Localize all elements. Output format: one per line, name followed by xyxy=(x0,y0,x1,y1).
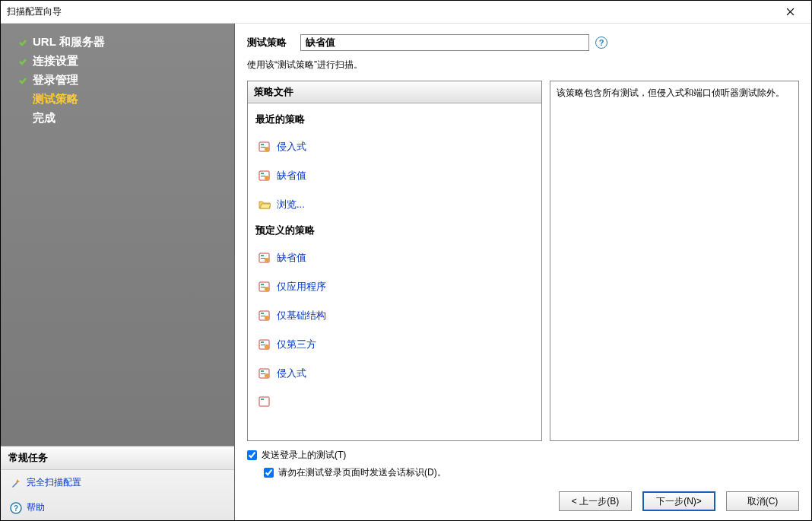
footer-buttons: < 上一步(B) 下一步(N)> 取消(C) xyxy=(247,487,799,511)
nav-label: 测试策略 xyxy=(33,92,78,106)
svg-rect-16 xyxy=(261,284,264,285)
policy-icon xyxy=(259,170,271,182)
policy-input[interactable] xyxy=(300,34,589,51)
svg-rect-31 xyxy=(259,397,269,406)
tasks-header: 常规任务 xyxy=(1,446,234,470)
check-icon xyxy=(17,75,28,86)
policy-files-panel: 策略文件 最近的策略 侵入式 缺省值 浏览... xyxy=(247,81,542,441)
policy-icon xyxy=(259,396,271,408)
nav-label: 连接设置 xyxy=(33,54,78,68)
policy-item-invasive[interactable]: 侵入式 xyxy=(251,132,538,161)
tasks-panel: 常规任务 完全扫描配置 ? 帮助 xyxy=(1,446,234,520)
close-icon xyxy=(786,8,795,16)
svg-rect-12 xyxy=(261,255,264,256)
main-panel: 测试策略 ? 使用该“测试策略”进行扫描。 策略文件 最近的策略 侵入式 xyxy=(235,24,811,520)
window-title: 扫描配置向导 xyxy=(7,5,775,18)
policy-icon xyxy=(259,141,271,153)
svg-rect-13 xyxy=(261,258,265,259)
wrench-icon xyxy=(10,477,22,489)
recent-section-title: 最近的策略 xyxy=(251,108,538,132)
policy-icon xyxy=(259,338,271,351)
policy-item-more[interactable] xyxy=(251,388,538,415)
description-text: 该策略包含所有测试，但侵入式和端口侦听器测试除外。 xyxy=(550,81,798,440)
svg-rect-21 xyxy=(261,316,265,316)
cb-send-login-tests[interactable]: 发送登录上的测试(T) xyxy=(247,449,799,462)
check-icon xyxy=(17,56,28,67)
policy-icon xyxy=(259,367,271,380)
policy-files-header: 策略文件 xyxy=(248,81,541,103)
task-label: 完全扫描配置 xyxy=(27,476,81,489)
titlebar: 扫描配置向导 xyxy=(1,1,811,24)
policy-label: 仅基础结构 xyxy=(277,309,326,322)
folder-icon xyxy=(259,199,271,211)
task-help[interactable]: ? 帮助 xyxy=(1,495,234,520)
predefined-section-title: 预定义的策略 xyxy=(251,219,538,243)
policy-icon xyxy=(259,252,271,264)
hint-text: 使用该“测试策略”进行扫描。 xyxy=(247,59,799,71)
help-icon: ? xyxy=(10,502,22,514)
nav-label: URL 和服务器 xyxy=(33,35,105,49)
policy-item-default[interactable]: 缺省值 xyxy=(251,161,538,190)
checkbox-area: 发送登录上的测试(T) 请勿在测试登录页面时发送会话标识(D)。 xyxy=(247,441,799,487)
svg-rect-9 xyxy=(261,176,265,176)
svg-rect-20 xyxy=(261,313,264,314)
wizard-window: 扫描配置向导 URL 和服务器 连接设置 登录管理 测试策 xyxy=(0,0,812,521)
task-label: 帮助 xyxy=(27,501,45,514)
next-button[interactable]: 下一步(N)> xyxy=(642,491,715,511)
policy-icon xyxy=(259,281,271,293)
description-panel: 该策略包含所有测试，但侵入式和端口侦听器测试除外。 xyxy=(550,81,799,441)
cb-label: 发送登录上的测试(T) xyxy=(262,449,346,462)
nav-item-connection[interactable]: 连接设置 xyxy=(1,52,234,71)
svg-point-6 xyxy=(265,147,269,151)
svg-rect-24 xyxy=(261,342,264,343)
policy-label: 浏览... xyxy=(277,198,305,211)
policy-label: 测试策略 xyxy=(247,36,287,49)
help-icon[interactable]: ? xyxy=(595,37,607,49)
sidebar: URL 和服务器 连接设置 登录管理 测试策略 完成 常规任务 xyxy=(1,24,235,520)
svg-point-14 xyxy=(265,258,269,262)
body: URL 和服务器 连接设置 登录管理 测试策略 完成 常规任务 xyxy=(1,24,811,520)
svg-rect-4 xyxy=(261,144,264,145)
svg-rect-17 xyxy=(261,287,265,288)
policy-label: 仅应用程序 xyxy=(277,280,326,294)
policy-label: 侵入式 xyxy=(277,367,306,380)
nav-label: 完成 xyxy=(33,111,56,125)
cb-send-login-tests-input[interactable] xyxy=(247,450,257,460)
policy-label: 侵入式 xyxy=(277,140,306,154)
svg-rect-8 xyxy=(261,173,264,174)
policy-label: 仅第三方 xyxy=(277,338,316,351)
nav-item-finish[interactable]: 完成 xyxy=(1,109,234,128)
policy-label: 缺省值 xyxy=(277,251,306,265)
cb-label: 请勿在测试登录页面时发送会话标识(D)。 xyxy=(278,466,446,479)
panels: 策略文件 最近的策略 侵入式 缺省值 浏览... xyxy=(247,81,799,441)
svg-point-30 xyxy=(265,373,269,378)
policy-item-pre-app[interactable]: 仅应用程序 xyxy=(251,272,538,301)
svg-point-26 xyxy=(265,345,269,349)
svg-rect-5 xyxy=(261,147,265,148)
policy-item-pre-default[interactable]: 缺省值 xyxy=(251,243,538,272)
nav-list: URL 和服务器 连接设置 登录管理 测试策略 完成 xyxy=(1,24,234,446)
policy-row: 测试策略 ? xyxy=(247,34,799,51)
policy-files-body[interactable]: 最近的策略 侵入式 缺省值 浏览... 预定义 xyxy=(248,103,541,440)
svg-point-18 xyxy=(265,287,269,291)
cb-no-session-id[interactable]: 请勿在测试登录页面时发送会话标识(D)。 xyxy=(264,466,799,479)
svg-point-22 xyxy=(265,316,269,320)
policy-icon xyxy=(259,310,271,322)
svg-point-10 xyxy=(265,176,269,180)
check-icon xyxy=(17,37,28,48)
svg-rect-29 xyxy=(261,373,265,374)
policy-item-browse[interactable]: 浏览... xyxy=(251,190,538,219)
close-button[interactable] xyxy=(775,2,805,23)
nav-label: 登录管理 xyxy=(33,73,78,87)
svg-point-0 xyxy=(18,478,20,480)
cb-no-session-id-input[interactable] xyxy=(264,468,274,478)
cancel-button[interactable]: 取消(C) xyxy=(726,491,799,511)
policy-item-pre-invasive[interactable]: 侵入式 xyxy=(251,359,538,388)
nav-item-login[interactable]: 登录管理 xyxy=(1,71,234,90)
nav-item-url[interactable]: URL 和服务器 xyxy=(1,33,234,52)
nav-item-policy[interactable]: 测试策略 xyxy=(1,90,234,109)
back-button[interactable]: < 上一步(B) xyxy=(559,491,632,511)
task-full-scan-config[interactable]: 完全扫描配置 xyxy=(1,470,234,495)
policy-item-pre-thirdparty[interactable]: 仅第三方 xyxy=(251,330,538,359)
policy-item-pre-infra[interactable]: 仅基础结构 xyxy=(251,301,538,330)
